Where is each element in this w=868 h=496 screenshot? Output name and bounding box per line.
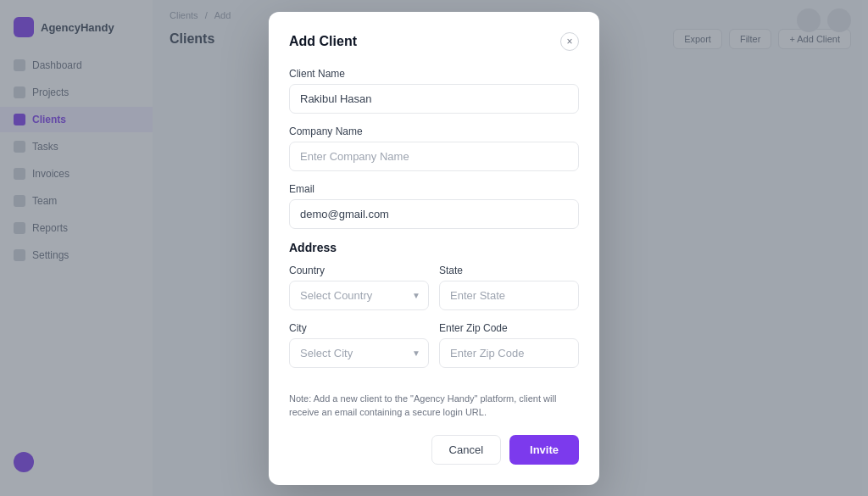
country-state-row: Country Select Country ▼ State <box>289 265 579 322</box>
country-select-wrapper: Select Country ▼ <box>289 281 429 310</box>
state-label: State <box>439 265 579 276</box>
city-select[interactable]: Select City <box>289 338 429 368</box>
email-input[interactable] <box>289 199 579 229</box>
zip-input[interactable] <box>439 338 579 368</box>
state-input[interactable] <box>439 281 579 310</box>
company-name-input[interactable] <box>289 142 579 171</box>
modal-header: Add Client × <box>289 32 579 51</box>
state-group: State <box>439 265 579 310</box>
city-zip-row: City Select City ▼ Enter Zip Code <box>289 322 579 380</box>
address-section: Address Country Select Country ▼ State <box>289 241 579 380</box>
client-name-label: Client Name <box>289 68 579 80</box>
country-group: Country Select Country ▼ <box>289 265 429 310</box>
address-label: Address <box>289 241 579 254</box>
modal-close-button[interactable]: × <box>560 32 579 51</box>
company-name-label: Company Name <box>289 125 579 137</box>
add-client-modal: Add Client × Client Name Company Name Em… <box>269 12 599 485</box>
email-label: Email <box>289 183 579 195</box>
company-name-group: Company Name <box>289 125 579 171</box>
country-label: Country <box>289 265 429 276</box>
modal-overlay: Add Client × Client Name Company Name Em… <box>0 0 868 496</box>
modal-title: Add Client <box>289 34 357 49</box>
invite-button[interactable]: Invite <box>509 435 579 465</box>
note-text: Note: Add a new client to the "Agency Ha… <box>289 392 579 420</box>
client-name-input[interactable] <box>289 84 579 114</box>
cancel-button[interactable]: Cancel <box>431 435 501 465</box>
country-select[interactable]: Select Country <box>289 281 429 310</box>
city-group: City Select City ▼ <box>289 322 429 368</box>
zip-label: Enter Zip Code <box>439 322 579 334</box>
zip-group: Enter Zip Code <box>439 322 579 368</box>
email-group: Email <box>289 183 579 229</box>
city-label: City <box>289 322 429 334</box>
modal-footer: Cancel Invite <box>289 435 579 465</box>
city-select-wrapper: Select City ▼ <box>289 338 429 368</box>
client-name-group: Client Name <box>289 68 579 114</box>
